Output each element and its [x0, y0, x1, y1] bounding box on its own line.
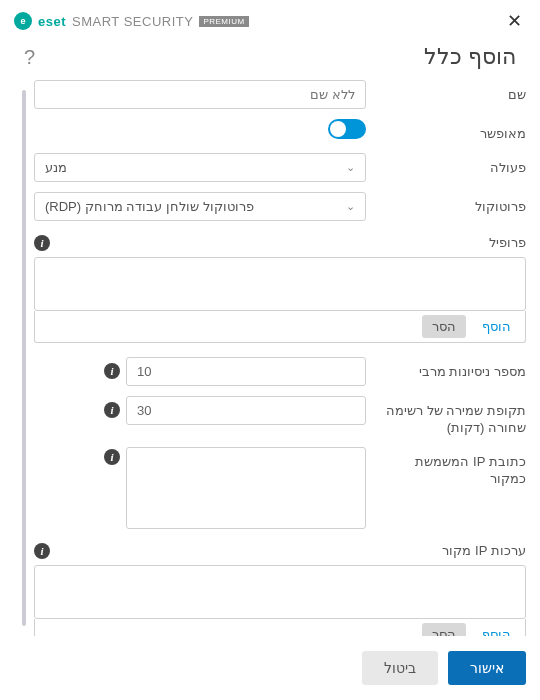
eset-logo-icon: e: [14, 12, 32, 30]
label-source-ip-sets: ערכות IP מקור: [442, 543, 526, 558]
action-select-value: מנע: [45, 160, 67, 175]
label-max-attempts: מספר ניסיונות מרבי: [376, 357, 526, 381]
help-icon[interactable]: ?: [24, 46, 35, 69]
label-profile: פרופיל: [489, 235, 526, 250]
blacklist-retention-input[interactable]: [126, 396, 366, 425]
enabled-toggle[interactable]: [328, 119, 366, 139]
source-ip-sets-remove-button[interactable]: הסר: [422, 623, 466, 636]
source-ip-textarea[interactable]: [126, 447, 366, 529]
protocol-select[interactable]: פרוטוקול שולחן עבודה מרוחק (RDP) ⌄: [34, 192, 366, 221]
info-icon[interactable]: i: [104, 402, 120, 418]
source-ip-sets-add-button[interactable]: הוסף: [472, 623, 521, 636]
chevron-down-icon: ⌄: [346, 161, 355, 174]
label-enabled: מאופשר: [376, 119, 526, 143]
profile-remove-button[interactable]: הסר: [422, 315, 466, 338]
brand-product: SMART SECURITY: [72, 14, 193, 29]
source-ip-sets-listbox[interactable]: [34, 565, 526, 619]
action-select[interactable]: מנע ⌄: [34, 153, 366, 182]
protocol-select-value: פרוטוקול שולחן עבודה מרוחק (RDP): [45, 199, 254, 214]
profile-listbox[interactable]: [34, 257, 526, 311]
brand-eset: eset: [38, 14, 66, 29]
name-input[interactable]: [34, 80, 366, 109]
brand-block: e eset SMART SECURITY PREMIUM: [14, 12, 249, 30]
chevron-down-icon: ⌄: [346, 200, 355, 213]
form-scroll-area: שם מאופשר פעולה מנע ⌄ פרוטוקול פרוטוקול …: [0, 80, 540, 636]
profile-add-button[interactable]: הוסף: [472, 315, 521, 338]
info-icon[interactable]: i: [34, 543, 50, 559]
info-icon[interactable]: i: [34, 235, 50, 251]
page-title: הוסף כלל: [424, 44, 516, 70]
ok-button[interactable]: אישור: [448, 651, 526, 685]
info-icon[interactable]: i: [104, 363, 120, 379]
label-source-ip: כתובת IP המשמשת כמקור: [376, 447, 526, 488]
info-icon[interactable]: i: [104, 449, 120, 465]
source-ip-sets-list-actions: הוסף הסר: [34, 619, 526, 636]
dialog-footer: ביטול אישור: [0, 636, 540, 700]
label-blacklist-retention: תקופת שמירה של רשימה שחורה (דקות): [376, 396, 526, 437]
profile-list-actions: הוסף הסר: [34, 311, 526, 343]
label-name: שם: [376, 80, 526, 104]
close-icon[interactable]: ✕: [503, 10, 526, 32]
cancel-button[interactable]: ביטול: [362, 651, 438, 685]
label-action: פעולה: [376, 153, 526, 177]
label-protocol: פרוטוקול: [376, 192, 526, 216]
max-attempts-input[interactable]: [126, 357, 366, 386]
brand-edition: PREMIUM: [199, 16, 248, 27]
